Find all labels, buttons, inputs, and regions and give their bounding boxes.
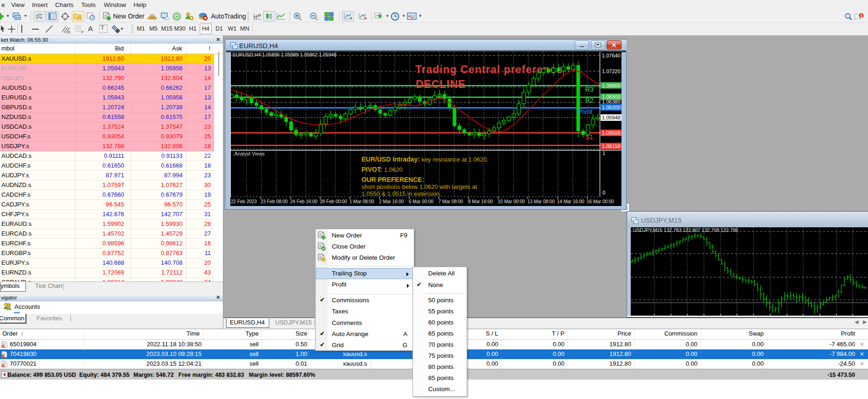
svg-text:6 Mar 00:00: 6 Mar 00:00 — [409, 199, 434, 204]
svg-text:22 Feb 2023: 22 Feb 2023 — [231, 199, 257, 204]
svg-text:1: 1 — [860, 13, 862, 18]
svg-text:PIVOT: 1.0620: PIVOT: 1.0620 — [361, 166, 403, 173]
svg-text:.Analyst Views: .Analyst Views — [233, 151, 265, 156]
svg-text:R2: R2 — [585, 97, 594, 104]
svg-text:0: 0 — [602, 190, 605, 195]
svg-text:1.06200: 1.06200 — [602, 105, 621, 110]
svg-text:7 Mar 08:00: 7 Mar 08:00 — [438, 199, 463, 204]
svg-text:short positions below 1.0620 w: short positions below 1.0620 with target… — [361, 183, 477, 190]
svg-text:2 Mar 16:00: 2 Mar 16:00 — [379, 199, 404, 204]
svg-text:23 Feb 08:00: 23 Feb 08:00 — [260, 199, 288, 204]
svg-text:1.06800: 1.06800 — [602, 83, 621, 88]
svg-text:EUR/USD Intraday: key resista: EUR/USD Intraday: key resistance at 1.06… — [361, 156, 488, 163]
svg-text:13 Mar 08:00: 13 Mar 08:00 — [527, 199, 555, 204]
svg-text:1.07640: 1.07640 — [602, 53, 621, 58]
svg-text:1.05948: 1.05948 — [602, 115, 621, 120]
svg-text:1.06500: 1.06500 — [602, 94, 621, 100]
svg-text:Trading Central preference: Trading Central preference — [415, 63, 563, 75]
svg-text:1 Mar 08:00: 1 Mar 08:00 — [349, 199, 374, 204]
svg-text:E: E — [68, 31, 70, 34]
svg-text:8 Mar 16:00: 8 Mar 16:00 — [468, 199, 493, 204]
svg-text:1.05500: 1.05500 — [602, 130, 621, 136]
svg-text:Pivot: Pivot — [578, 108, 592, 115]
svg-text:EURUSD,H4 1.05896 1.05989 1.0: EURUSD,H4 1.05896 1.05989 1.05862 1.0594… — [233, 52, 336, 57]
svg-text:1.05150: 1.05150 — [602, 143, 621, 149]
svg-text:1.0550 & 1.0515 in extension.: 1.0550 & 1.0515 in extension. — [361, 190, 441, 197]
svg-text:28 Feb 00:00: 28 Feb 00:00 — [320, 199, 347, 204]
svg-text:14 Mar 16:00: 14 Mar 16:00 — [557, 199, 584, 204]
svg-text:24 Feb 16:00: 24 Feb 16:00 — [290, 199, 317, 204]
svg-text:1: 1 — [602, 150, 605, 156]
svg-text:R3: R3 — [585, 86, 594, 93]
svg-text:10 Mar 00:00: 10 Mar 00:00 — [498, 199, 525, 204]
svg-text:1.07220: 1.07220 — [602, 69, 621, 74]
svg-text:F: F — [82, 31, 83, 34]
svg-text:DECLINE: DECLINE — [416, 78, 466, 90]
svg-text:16 Mar 00:00: 16 Mar 00:00 — [587, 199, 614, 204]
svg-text:S1: S1 — [585, 133, 593, 141]
svg-text:OUR PREFERENCE:: OUR PREFERENCE: — [361, 176, 424, 183]
svg-text:USDJPY,M15 132.783 132.807 13: USDJPY,M15 132.783 132.807 132.708 132.7… — [633, 227, 738, 233]
